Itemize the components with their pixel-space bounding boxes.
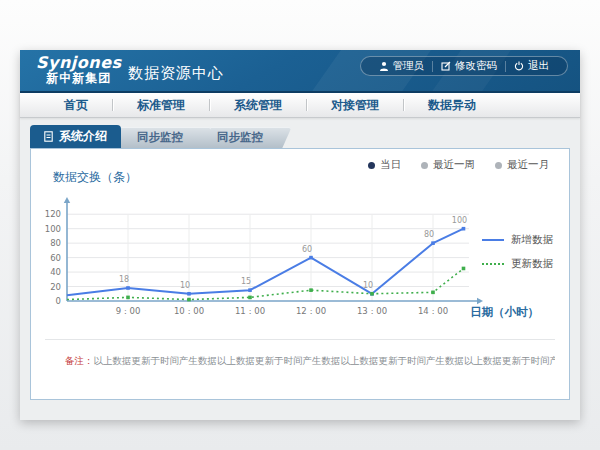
svg-text:80: 80 (50, 238, 61, 248)
divider (45, 339, 555, 340)
page-title: 数据资源中心 (128, 64, 224, 83)
line-chart: 0204060801001209：0010：0011：0012：0013：001… (37, 185, 517, 345)
radio-unselected-icon (495, 162, 502, 169)
user-icon (379, 61, 389, 71)
logout-label: 退出 (528, 59, 549, 73)
svg-text:10：00: 10：00 (174, 306, 204, 316)
legend-label: 新增数据 (511, 233, 553, 247)
nav-item-integration-management[interactable]: 对接管理 (307, 97, 403, 114)
tab-label: 同步监控 (137, 130, 183, 145)
time-range-filter: 当日 最近一周 最近一月 (368, 158, 549, 172)
user-menu: 管理员 修改密码 退出 (360, 56, 569, 76)
svg-text:12：00: 12：00 (296, 306, 326, 316)
user-name-label: 管理员 (393, 59, 425, 73)
tab-label: 系统介绍 (59, 128, 107, 145)
svg-text:14：00: 14：00 (418, 306, 448, 316)
change-password-label: 修改密码 (455, 59, 497, 73)
app-window: Synjones 新中新集团 数据资源中心 管理员 修改密码 退出 首页 标准管… (20, 50, 580, 420)
svg-text:20: 20 (50, 282, 61, 292)
chart-legend: 新增数据 更新数据 (482, 233, 553, 271)
radio-last-month[interactable]: 最近一月 (495, 158, 549, 172)
tab-system-introduction[interactable]: 系统介绍 (30, 125, 121, 148)
legend-item-new-data[interactable]: 新增数据 (482, 233, 553, 247)
radio-label: 当日 (380, 158, 401, 172)
document-icon (44, 131, 53, 142)
nav-item-data-changes[interactable]: 数据异动 (404, 97, 500, 114)
note-prefix: 备注： (65, 355, 94, 366)
footer-note: 备注：以上数据更新于时间产生数据以上数据更新于时间产生数据以上数据更新于时间产生… (65, 355, 555, 368)
svg-text:11：00: 11：00 (235, 306, 265, 316)
tab-bar: 系统介绍 同步监控 同步监控 (30, 125, 570, 148)
user-account-button[interactable]: 管理员 (371, 59, 433, 73)
nav-item-standard-management[interactable]: 标准管理 (113, 97, 209, 114)
radio-last-week[interactable]: 最近一周 (421, 158, 475, 172)
svg-text:10: 10 (363, 281, 373, 290)
legend-label: 更新数据 (511, 257, 553, 271)
dotted-line-swatch (482, 263, 504, 265)
svg-text:60: 60 (50, 253, 61, 263)
svg-text:18: 18 (119, 275, 129, 284)
svg-text:40: 40 (50, 267, 61, 277)
svg-text:100: 100 (452, 216, 467, 225)
nav-item-system-management[interactable]: 系统管理 (210, 97, 306, 114)
radio-label: 最近一周 (433, 158, 475, 172)
svg-text:13：00: 13：00 (357, 306, 387, 316)
svg-text:80: 80 (424, 230, 434, 239)
solid-line-swatch (482, 239, 504, 241)
tab-sync-monitor-1[interactable]: 同步监控 (113, 127, 207, 148)
svg-text:9：00: 9：00 (116, 306, 141, 316)
svg-text:60: 60 (302, 245, 312, 254)
company-logo: Synjones 新中新集团 (36, 54, 122, 85)
svg-text:120: 120 (45, 209, 61, 219)
svg-text:0: 0 (56, 296, 61, 306)
logo-text: Synjones (36, 54, 122, 72)
radio-today[interactable]: 当日 (368, 158, 401, 172)
radio-unselected-icon (421, 162, 428, 169)
chart-panel: 当日 最近一周 最近一月 数据交换（条） 0204060801001209：00… (30, 148, 570, 400)
svg-text:100: 100 (45, 224, 61, 234)
change-password-button[interactable]: 修改密码 (433, 59, 505, 73)
app-header: Synjones 新中新集团 数据资源中心 管理员 修改密码 退出 (20, 50, 580, 93)
power-icon (514, 61, 524, 71)
x-axis-title: 日期（小时） (470, 305, 539, 320)
svg-text:15: 15 (241, 277, 251, 286)
radio-label: 最近一月 (507, 158, 549, 172)
radio-selected-icon (368, 162, 375, 169)
logout-button[interactable]: 退出 (506, 59, 557, 73)
svg-text:10: 10 (180, 281, 190, 290)
legend-item-updated-data[interactable]: 更新数据 (482, 257, 553, 271)
nav-item-home[interactable]: 首页 (40, 97, 112, 114)
note-text: 以上数据更新于时间产生数据以上数据更新于时间产生数据以上数据更新于时间产生数据以… (94, 355, 556, 366)
content-area: 系统介绍 同步监控 同步监控 当日 最近一周 (20, 118, 580, 400)
tab-label: 同步监控 (217, 130, 263, 145)
main-nav: 首页 标准管理 系统管理 对接管理 数据异动 (20, 93, 580, 118)
edit-icon (441, 61, 451, 71)
y-axis-title: 数据交换（条） (53, 169, 137, 186)
logo-subtext: 新中新集团 (36, 72, 122, 85)
